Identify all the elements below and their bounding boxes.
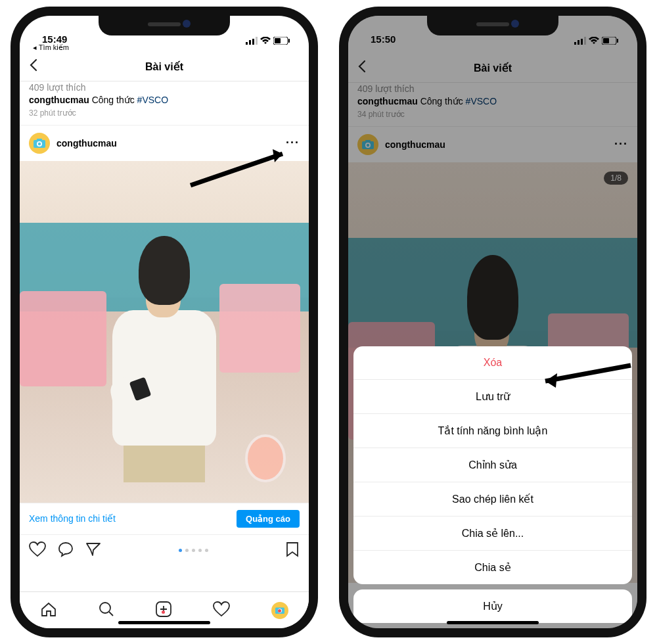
prev-likes: 409 lượt thích — [29, 81, 300, 94]
svg-rect-10 — [37, 139, 42, 141]
svg-point-11 — [100, 603, 110, 613]
sheet-cancel[interactable]: Hủy — [353, 589, 632, 623]
like-icon[interactable] — [29, 541, 46, 560]
home-indicator[interactable] — [447, 621, 539, 624]
annotation-arrow — [532, 359, 637, 398]
phone-left: 15:49 ◂ Tìm kiếm Bài viết 409 lượt thích — [11, 7, 318, 637]
svg-line-18 — [191, 154, 283, 185]
camera-icon — [34, 139, 45, 148]
sheet-share[interactable]: Chia sẻ — [353, 551, 632, 584]
sheet-share-to[interactable]: Chia sẻ lên... — [353, 517, 632, 551]
svg-rect-5 — [275, 38, 281, 43]
svg-rect-6 — [288, 39, 290, 43]
notch — [99, 16, 230, 35]
signal-icon — [246, 37, 258, 45]
status-right — [246, 37, 290, 45]
nav-header: Bài viết — [20, 53, 309, 81]
annotation-arrow — [184, 146, 302, 192]
prev-hashtag[interactable]: #VSCO — [137, 95, 168, 105]
nav-add-icon[interactable] — [155, 601, 172, 620]
view-insights-link[interactable]: Xem thông tin chi tiết — [29, 513, 116, 524]
avatar[interactable] — [29, 133, 50, 154]
back-to-app[interactable]: ◂ Tìm kiếm — [20, 43, 309, 53]
prev-time: 32 phút trước — [29, 108, 300, 118]
svg-marker-32 — [545, 373, 557, 388]
svg-rect-1 — [249, 40, 251, 45]
phone-right: 15:50 Bài viết 409 lượt thích congthucma… — [339, 7, 646, 637]
svg-line-12 — [109, 612, 113, 616]
wifi-icon — [260, 37, 271, 45]
nav-profile-icon[interactable] — [271, 602, 288, 619]
back-icon[interactable] — [29, 58, 38, 76]
comment-icon[interactable] — [58, 541, 74, 560]
phone-screen-left: 15:49 ◂ Tìm kiếm Bài viết 409 lượt thích — [20, 16, 309, 628]
prev-caption-text: Công thức — [92, 95, 135, 105]
sheet-edit[interactable]: Chỉnh sửa — [353, 448, 632, 482]
carousel-dots — [113, 549, 273, 552]
svg-point-9 — [38, 143, 41, 145]
promotion-row: Xem thông tin chi tiết Quảng cáo — [20, 503, 309, 535]
svg-rect-3 — [256, 37, 258, 45]
nav-activity-icon[interactable] — [213, 601, 230, 620]
sheet-comments-off[interactable]: Tắt tính năng bình luận — [353, 414, 632, 448]
prev-username[interactable]: congthucmau — [29, 95, 89, 105]
bookmark-icon[interactable] — [285, 541, 300, 560]
promote-button[interactable]: Quảng cáo — [237, 510, 300, 528]
header-title: Bài viết — [145, 60, 183, 73]
svg-rect-2 — [252, 39, 254, 45]
post-image[interactable] — [20, 161, 309, 503]
previous-post-snippet: 409 lượt thích congthucmau Công thức #VS… — [20, 81, 309, 126]
nav-home-icon[interactable] — [40, 601, 57, 620]
home-indicator[interactable] — [118, 621, 210, 624]
svg-line-31 — [545, 365, 631, 381]
battery-icon — [273, 37, 290, 45]
phone-frame: 15:50 Bài viết 409 lượt thích congthucma… — [339, 7, 646, 637]
share-icon[interactable] — [85, 542, 101, 559]
svg-rect-0 — [246, 42, 248, 45]
prev-caption: congthucmau Công thức #VSCO — [29, 94, 300, 106]
post-username[interactable]: congthucmau — [57, 138, 117, 149]
phone-frame: 15:49 ◂ Tìm kiếm Bài viết 409 lượt thích — [11, 7, 318, 637]
nav-search-icon[interactable] — [99, 601, 114, 620]
notch — [427, 16, 558, 35]
phone-screen-right: 15:50 Bài viết 409 lượt thích congthucma… — [348, 16, 637, 628]
sheet-copy-link[interactable]: Sao chép liên kết — [353, 482, 632, 517]
action-row — [20, 535, 309, 564]
